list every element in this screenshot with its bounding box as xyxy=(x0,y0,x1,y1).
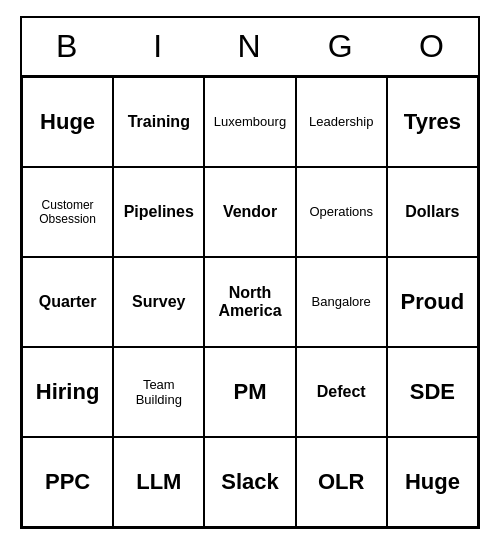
cell-text: Training xyxy=(128,113,190,131)
cell-r0-c2: Luxembourg xyxy=(204,77,295,167)
bingo-header: BINGO xyxy=(22,18,478,77)
header-letter: N xyxy=(204,18,295,75)
cell-text: Customer Obsession xyxy=(27,198,108,226)
cell-text: Dollars xyxy=(405,203,459,221)
header-letter: G xyxy=(296,18,387,75)
cell-r3-c0: Hiring xyxy=(22,347,113,437)
cell-r2-c4: Proud xyxy=(387,257,478,347)
cell-r2-c0: Quarter xyxy=(22,257,113,347)
cell-r3-c1: Team Building xyxy=(113,347,204,437)
cell-text: Survey xyxy=(132,293,185,311)
cell-text: OLR xyxy=(318,469,364,495)
cell-r2-c3: Bangalore xyxy=(296,257,387,347)
cell-text: Slack xyxy=(221,469,279,495)
cell-r1-c0: Customer Obsession xyxy=(22,167,113,257)
header-letter: B xyxy=(22,18,113,75)
cell-text: Huge xyxy=(40,109,95,135)
cell-text: Hiring xyxy=(36,379,100,405)
cell-text: PM xyxy=(233,379,266,405)
cell-r2-c1: Survey xyxy=(113,257,204,347)
cell-r3-c3: Defect xyxy=(296,347,387,437)
cell-text: Pipelines xyxy=(124,203,194,221)
cell-r0-c4: Tyres xyxy=(387,77,478,167)
cell-text: Leadership xyxy=(309,114,373,129)
cell-text: LLM xyxy=(136,469,181,495)
bingo-grid: HugeTrainingLuxembourgLeadershipTyresCus… xyxy=(22,77,478,527)
cell-text: North America xyxy=(209,284,290,320)
cell-text: SDE xyxy=(410,379,455,405)
cell-r0-c3: Leadership xyxy=(296,77,387,167)
cell-r4-c2: Slack xyxy=(204,437,295,527)
cell-text: Operations xyxy=(309,204,373,219)
header-letter: I xyxy=(113,18,204,75)
cell-text: Bangalore xyxy=(312,294,371,309)
cell-text: Team Building xyxy=(118,377,199,407)
cell-text: Huge xyxy=(405,469,460,495)
cell-r4-c0: PPC xyxy=(22,437,113,527)
cell-r2-c2: North America xyxy=(204,257,295,347)
cell-text: Defect xyxy=(317,383,366,401)
cell-r0-c0: Huge xyxy=(22,77,113,167)
cell-r3-c2: PM xyxy=(204,347,295,437)
cell-text: Tyres xyxy=(404,109,461,135)
cell-r3-c4: SDE xyxy=(387,347,478,437)
bingo-card: BINGO HugeTrainingLuxembourgLeadershipTy… xyxy=(20,16,480,529)
cell-r4-c3: OLR xyxy=(296,437,387,527)
cell-r1-c3: Operations xyxy=(296,167,387,257)
cell-r0-c1: Training xyxy=(113,77,204,167)
cell-r4-c4: Huge xyxy=(387,437,478,527)
cell-text: PPC xyxy=(45,469,90,495)
cell-r4-c1: LLM xyxy=(113,437,204,527)
cell-r1-c4: Dollars xyxy=(387,167,478,257)
cell-text: Proud xyxy=(401,289,465,315)
cell-text: Luxembourg xyxy=(214,114,286,129)
cell-text: Quarter xyxy=(39,293,97,311)
cell-r1-c1: Pipelines xyxy=(113,167,204,257)
header-letter: O xyxy=(387,18,478,75)
cell-r1-c2: Vendor xyxy=(204,167,295,257)
cell-text: Vendor xyxy=(223,203,277,221)
